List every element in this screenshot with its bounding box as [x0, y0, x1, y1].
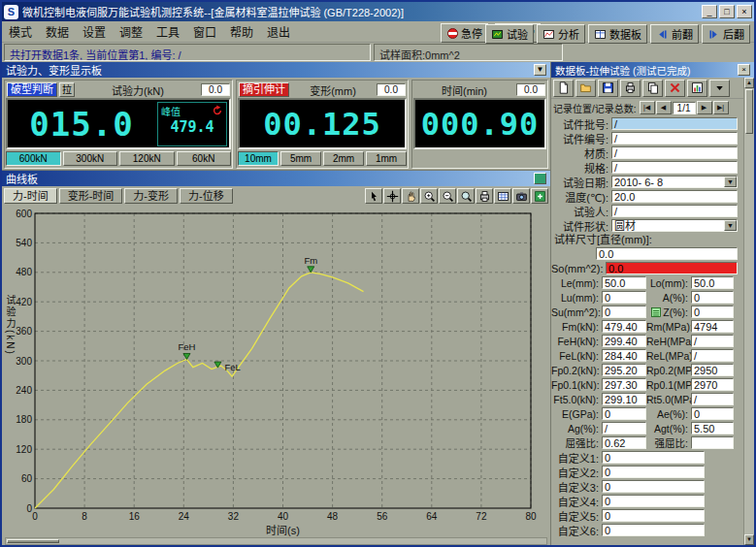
pair-input[interactable]: 299.10 [602, 393, 646, 405]
range-600kN-button[interactable]: 600kN [6, 151, 61, 166]
custom-input[interactable]: 0 [602, 524, 705, 536]
db-chart-button[interactable] [687, 80, 707, 97]
field-input[interactable]: / [611, 117, 738, 130]
db-new-button[interactable] [553, 80, 574, 97]
window-maximize-button[interactable]: □ [719, 5, 735, 18]
tool-zoom-out-button[interactable] [439, 188, 456, 204]
pair-input[interactable]: / [691, 393, 734, 405]
field-dropdown-icon[interactable]: ▼ [724, 177, 737, 187]
window-close-button[interactable]: × [737, 5, 752, 18]
tab-2[interactable]: 力-变形 [124, 188, 178, 204]
field-input[interactable]: 20.0 [611, 190, 738, 203]
field-input[interactable]: / [611, 146, 738, 159]
tab-3[interactable]: 力-位移 [180, 188, 233, 204]
menu-item-4[interactable]: 工具 [149, 20, 186, 43]
specimen-size-input[interactable]: 0.0 [596, 247, 738, 260]
pair-input[interactable]: 50.0 [691, 276, 734, 289]
scroll-track[interactable] [744, 88, 754, 534]
databoard-close-button[interactable]: × [738, 64, 750, 76]
range-300kN-button[interactable]: 300kN [63, 151, 118, 166]
pair-input[interactable]: 2970 [691, 378, 734, 391]
db-copy-button[interactable] [642, 80, 663, 97]
field-input[interactable]: / [611, 132, 738, 145]
display-panel-collapse-button[interactable]: ▼ [534, 64, 546, 76]
pair-input[interactable]: 284.40 [602, 349, 646, 362]
field-input[interactable]: 2010- 6- 8 [611, 176, 738, 188]
pair-input[interactable]: 0 [602, 291, 646, 304]
field-input[interactable]: 圆材 [611, 219, 738, 232]
custom-input[interactable]: 0 [602, 480, 705, 493]
pair-input[interactable]: 479.40 [602, 320, 646, 333]
tab-0[interactable]: 力-时间 [4, 188, 57, 204]
tension-mode-button[interactable]: 拉 [59, 82, 75, 97]
tool-grid-button[interactable] [494, 188, 511, 204]
databoard-scrollbar[interactable]: ▲ ▼ [743, 78, 754, 545]
pair-input[interactable]: 2950 [691, 364, 734, 376]
field-input[interactable]: / [611, 161, 738, 174]
custom-input[interactable]: 0 [602, 509, 705, 522]
pair-input[interactable]: 4794 [691, 320, 734, 333]
pair-input[interactable]: 0 [691, 291, 734, 304]
tool-hand-button[interactable] [402, 188, 419, 204]
tool-zoom-in-button[interactable] [420, 188, 438, 204]
scroll-down-icon[interactable]: ▼ [744, 534, 754, 545]
pair-input[interactable]: / [691, 349, 734, 362]
pair-input[interactable]: 0 [602, 407, 646, 420]
range-60kN-button[interactable]: 60kN [177, 151, 232, 166]
custom-input[interactable]: 0 [602, 451, 705, 464]
menu-item-2[interactable]: 设置 [76, 20, 113, 43]
remove-extensometer-button[interactable]: 摘引伸计 [239, 82, 289, 97]
menu-item-1[interactable]: 数据 [39, 20, 76, 43]
tool-camera-button[interactable] [512, 188, 530, 204]
range-2mm-button[interactable]: 2mm [323, 151, 364, 166]
tab-1[interactable]: 变形-时间 [59, 188, 123, 204]
pair-input[interactable]: 0 [691, 306, 734, 318]
field-dropdown-icon[interactable]: ▼ [724, 220, 737, 231]
menu-item-3[interactable]: 调整 [113, 20, 149, 43]
pair-input[interactable]: / [691, 335, 734, 347]
pair-input[interactable]: 0 [602, 306, 646, 318]
range-120kN-button[interactable]: 120kN [119, 151, 175, 166]
chart-hscroll-thumb[interactable] [7, 539, 59, 543]
chart-hscrollbar[interactable] [5, 537, 547, 545]
toolbar-prev-button[interactable]: 前翻 [650, 24, 699, 44]
tool-crosshair-button[interactable] [383, 188, 401, 204]
scroll-thumb[interactable] [745, 89, 753, 134]
toolbar-analyze-button[interactable]: 分析 [537, 24, 585, 44]
pair-input[interactable]: 5.50 [691, 422, 734, 434]
range-1mm-button[interactable]: 1mm [366, 151, 407, 166]
toolbar-databoard-button[interactable]: 数据板 [588, 24, 647, 44]
toolbar-test-button[interactable]: 试验 [485, 24, 534, 44]
pair-input[interactable]: 0.62 [602, 436, 646, 449]
pair-input[interactable]: 297.30 [602, 378, 646, 391]
menu-item-0[interactable]: 模式 [2, 20, 39, 43]
menu-item-7[interactable]: 退出 [260, 20, 297, 43]
pair-input[interactable]: 299.40 [602, 335, 646, 347]
custom-input[interactable]: 0 [602, 495, 705, 507]
break-judge-button[interactable]: 破型判断 [7, 82, 57, 97]
db-dropdown-button[interactable] [709, 80, 730, 97]
db-save-button[interactable] [598, 80, 618, 97]
pair-input[interactable] [691, 436, 734, 449]
su-calc-button[interactable] [649, 306, 662, 318]
pair-input[interactable]: 50.0 [602, 276, 646, 289]
peak-refresh-button[interactable] [212, 105, 223, 116]
record-prev-button[interactable]: ◀ [656, 101, 672, 114]
range-5mm-button[interactable]: 5mm [280, 151, 321, 166]
db-print-button[interactable] [620, 80, 641, 97]
menu-item-5[interactable]: 窗口 [186, 20, 223, 43]
chart-area[interactable]: 0816243240485664728006012018024030036042… [2, 206, 550, 537]
window-minimize-button[interactable]: _ [702, 5, 717, 18]
record-first-button[interactable]: |◀ [640, 101, 655, 114]
db-open-button[interactable] [575, 80, 596, 97]
custom-input[interactable]: 0 [602, 466, 705, 478]
pair-input[interactable]: 295.20 [602, 364, 646, 376]
scroll-up-icon[interactable]: ▲ [744, 78, 754, 88]
db-delete-button[interactable] [665, 80, 685, 97]
range-10mm-button[interactable]: 10mm [238, 151, 279, 166]
record-last-button[interactable]: ▶| [713, 101, 729, 114]
field-input[interactable]: / [611, 205, 738, 217]
chart-canvas[interactable]: 0816243240485664728006012018024030036042… [2, 206, 542, 537]
so-input[interactable]: 0.0 [606, 262, 738, 274]
toolbar-next-button[interactable]: 后翻 [702, 24, 750, 44]
